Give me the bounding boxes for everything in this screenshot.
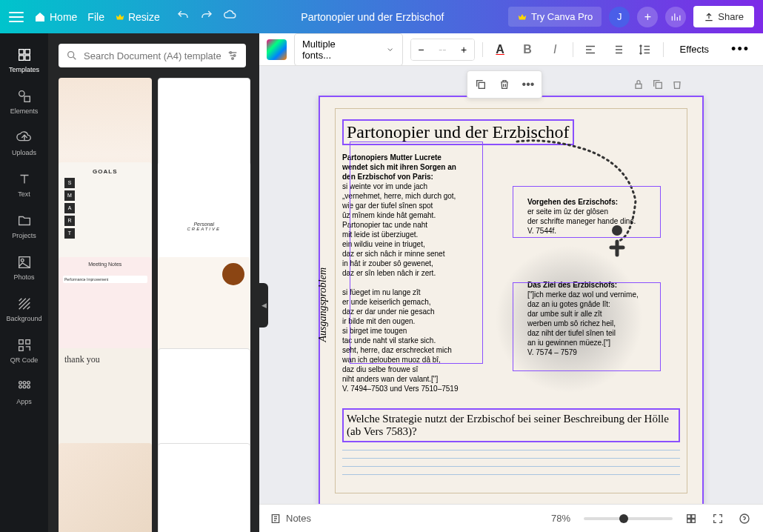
rail-qrcode[interactable]: QR Code [0,330,48,371]
document-title[interactable]: Partonopier und der Erzbischof [244,11,501,23]
bottom-bar: Notes 78% [259,504,763,532]
more-button[interactable]: ••• [518,74,539,95]
svg-rect-5 [24,96,30,102]
chevron-down-icon [386,45,394,54]
page-title[interactable]: Partonopier und der Erzbischof [342,119,574,145]
svg-point-12 [23,382,26,385]
font-size-plus[interactable]: + [454,39,474,60]
canvas-viewport[interactable]: ••• Partonopier und der Erzbischof Ausga… [259,66,763,504]
divider [573,42,573,57]
svg-point-13 [27,382,30,385]
zoom-slider[interactable] [584,517,673,520]
help-button[interactable] [736,511,753,527]
align-button[interactable] [581,39,601,60]
cloud-sync-icon[interactable] [224,9,237,25]
svg-point-16 [27,385,30,388]
home-icon [34,11,46,23]
color-picker-button[interactable] [267,39,287,60]
rail-projects[interactable]: Projects [0,205,48,247]
rail-elements[interactable]: Elements [0,81,48,122]
filter-icon[interactable] [227,50,239,61]
templates-panel: GOALS S M A R T Personal CREATIVE Meetin… [48,33,259,532]
upload-icon [704,12,714,22]
right-text-column[interactable]: Vorgehen des Erzischofs: er seite im ûz … [527,153,661,393]
rail-text[interactable]: Text [0,164,48,205]
resize-label: Resize [128,11,160,23]
fullscreen-button[interactable] [710,511,726,527]
rail-templates[interactable]: Templates [0,39,48,81]
font-family-select[interactable]: Multiple fonts... [294,33,403,66]
list-button[interactable] [608,39,628,60]
home-button[interactable]: Home [34,11,77,23]
delete-button[interactable] [494,74,515,95]
grid-view-button[interactable] [683,511,699,527]
question-text[interactable]: Welche Strategie nutzt der Erzbischof be… [342,408,680,442]
document-page[interactable]: Partonopier und der Erzbischof Ausgangsp… [319,96,704,504]
zoom-value: 78% [551,513,576,524]
italic-button[interactable]: I [545,39,565,60]
file-button[interactable]: File [87,11,104,23]
templates-grid[interactable]: GOALS S M A R T Personal CREATIVE Meetin… [59,67,255,532]
svg-rect-21 [479,82,484,88]
notes-icon [270,513,281,525]
avatar[interactable]: J [609,7,630,27]
font-size-value[interactable]: -- [431,43,454,56]
template-thumb[interactable] [158,443,251,532]
canvas-area: Multiple fonts... − -- + A B I Effects •… [259,33,763,532]
text-color-button[interactable]: A [490,39,510,60]
rail-apps[interactable]: Apps [0,371,48,413]
font-size-minus[interactable]: − [411,39,431,60]
search-wrap [59,44,246,67]
right-verses-1: V. 7544f. [527,227,556,235]
left-verses: V. 7494–7503 und Vers 7510–7519 [342,385,458,393]
duplicate-page-icon[interactable] [650,76,666,93]
answer-lines[interactable] [342,450,680,475]
vertical-label[interactable]: Ausgangsproblem [317,267,329,342]
bold-button[interactable]: B [518,39,538,60]
rail-uploads[interactable]: Uploads [0,122,48,164]
svg-rect-23 [656,82,662,88]
rail-photos[interactable]: Photos [0,247,48,288]
page-actions [630,76,685,93]
resize-button[interactable]: Resize [115,11,160,23]
undo-button[interactable] [176,9,190,25]
duplicate-button[interactable] [470,74,491,95]
right-verses-2: V. 7574 – 7579 [527,348,577,356]
svg-point-17 [68,52,74,58]
left-text-column[interactable]: Partonopiers Mutter Lucrete wendet sich … [342,153,468,393]
insights-button[interactable] [665,7,686,27]
svg-rect-9 [25,340,30,345]
try-pro-button[interactable]: Try Canva Pro [508,7,602,27]
svg-rect-28 [692,519,696,522]
divider [482,42,483,57]
svg-point-14 [19,385,21,388]
main-area: Templates Elements Uploads Text Projects… [0,33,763,532]
svg-point-15 [23,385,26,388]
hamburger-icon[interactable] [9,12,24,22]
delete-page-icon[interactable] [669,76,685,93]
right-body-1: er seite im ûz der glôsen der schrifte m… [527,207,636,225]
crown-icon [115,12,125,22]
left-body: si weinte vor im unde jach „vernehmet, h… [342,182,456,383]
notes-button[interactable]: Notes [270,513,311,525]
template-thumb[interactable]: Notes [59,443,152,532]
right-body-2: ["]ich merke daz wol und vernime, daz an… [527,290,639,347]
share-button[interactable]: Share [693,6,754,27]
topbar-left: Home File Resize [9,9,237,25]
svg-point-7 [21,259,24,262]
add-member-button[interactable]: + [637,7,658,27]
font-size-control: − -- + [410,39,475,61]
effects-button[interactable]: Effects [671,39,719,59]
svg-point-4 [19,91,24,96]
redo-button[interactable] [200,9,213,25]
crown-icon [517,12,527,22]
share-label: Share [718,11,744,22]
svg-rect-26 [692,514,696,518]
svg-rect-0 [19,50,23,54]
spacing-button[interactable] [636,39,656,60]
lock-icon[interactable] [630,76,647,93]
search-input[interactable] [84,50,221,61]
editor-toolbar: Multiple fonts... − -- + A B I Effects •… [259,33,763,66]
more-options-button[interactable]: ••• [725,39,756,60]
rail-background[interactable]: Background [0,288,48,330]
